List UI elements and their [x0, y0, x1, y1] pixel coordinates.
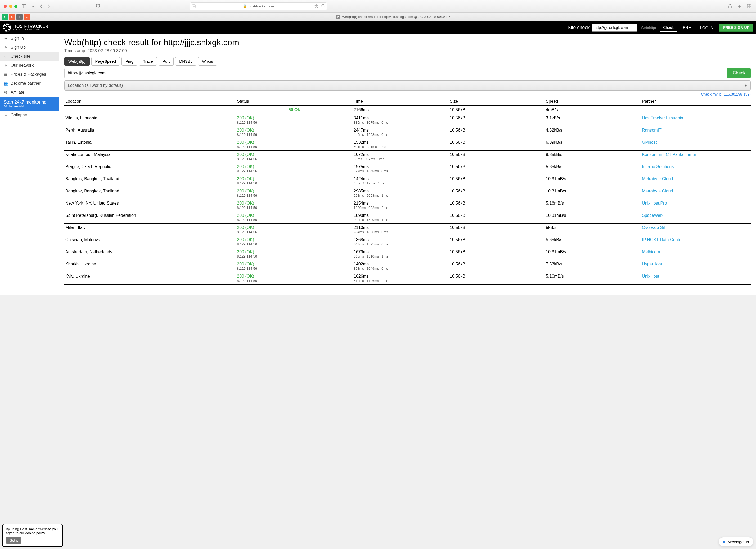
check-url-input[interactable]	[64, 68, 727, 78]
partner-link[interactable]: GMhost	[642, 140, 657, 145]
sidebar-toggle-icon[interactable]	[21, 3, 28, 9]
address-bar[interactable]: 🔒 host-tracker.com ᴬ文	[190, 2, 327, 10]
active-tab[interactable]: H Web(http) check result for http://jjjc…	[31, 15, 756, 19]
pinned-tab-3[interactable]: 1	[16, 14, 23, 20]
reload-icon[interactable]	[321, 4, 325, 9]
cell-location: Amsterdam, Netherlands	[64, 248, 236, 260]
cell-speed: 10.31mB/s	[545, 248, 641, 260]
signup-button[interactable]: FREE SIGN UP	[719, 24, 753, 31]
partner-link[interactable]: Melbicom	[642, 250, 660, 254]
partner-link[interactable]: UnixHost.Pro	[642, 201, 667, 205]
sidebar-item-signin[interactable]: ➜Sign In	[0, 34, 59, 43]
location-select[interactable]: Location (all world by default) ▲▼	[64, 80, 751, 91]
minimize-window[interactable]	[9, 5, 12, 8]
cell-status: 200 (OK)	[237, 250, 352, 254]
partner-link[interactable]: HyperHost	[642, 262, 662, 266]
tab-pagespeed[interactable]: PageSpeed	[91, 57, 120, 66]
sidebar-item-label: Sign Up	[11, 45, 26, 50]
new-tab-icon[interactable]	[736, 3, 743, 10]
partner-link[interactable]: Metrabyte Cloud	[642, 189, 673, 193]
lock-icon: 🔒	[243, 4, 247, 8]
svg-rect-2	[192, 5, 195, 8]
login-button[interactable]: LOG IN	[697, 24, 717, 31]
site-header: HOST-TRACKER website monitoring service …	[0, 21, 756, 34]
partner-link[interactable]: Konsortium ICT Pantai Timur	[642, 152, 696, 157]
cell-speed: 5.16mB/s	[545, 199, 641, 211]
logo-subtitle: website monitoring service	[13, 29, 48, 31]
select-chevron-icon: ▲▼	[745, 84, 747, 87]
cell-size: 10.56kB	[449, 114, 545, 126]
sidebar-item-label: Check site	[11, 54, 30, 59]
cell-location: Prague, Czech Republic	[64, 163, 236, 175]
sidebar-item-network[interactable]: ⚛Our network	[0, 61, 59, 70]
sidebar-item-affiliate[interactable]: %Affiliate	[0, 88, 59, 97]
cell-location: Kyiv, Ukraine	[64, 272, 236, 285]
chevron-down-icon[interactable]	[31, 5, 35, 8]
cell-size: 10.56kB	[449, 272, 545, 285]
partner-link[interactable]: RansomIT	[642, 128, 661, 132]
tab-port[interactable]: Port	[159, 57, 174, 66]
sidebar-item-label: Prices & Packages	[11, 72, 46, 77]
cell-location: Vilnius, Lithuania	[64, 114, 236, 126]
cell-ip: 8.129.114.56	[237, 254, 352, 258]
language-selector[interactable]: EN ▾	[680, 24, 694, 31]
partner-link[interactable]: SpaceWeb	[642, 213, 663, 218]
tab-ping[interactable]: Ping	[121, 57, 137, 66]
svg-rect-8	[749, 7, 751, 8]
cell-ip: 8.129.114.56	[237, 181, 352, 185]
pinned-tab-4[interactable]: C	[24, 14, 30, 20]
result-row: Kuala Lumpur, Malaysia200 (OK)8.129.114.…	[64, 151, 751, 163]
cell-size: 10.56kB	[449, 138, 545, 151]
summary-row: 50 Ok2166ms10.56kB4mB/s	[64, 106, 751, 114]
site-check-input[interactable]	[592, 24, 637, 31]
reader-icon[interactable]	[192, 5, 196, 8]
tabs-overview-icon[interactable]	[746, 3, 752, 10]
sidebar-item-partner[interactable]: 👥Become partner	[0, 79, 59, 88]
logo[interactable]: HOST-TRACKER website monitoring service	[3, 23, 48, 32]
tab-trace[interactable]: Trace	[139, 57, 157, 66]
forward-button[interactable]	[47, 3, 51, 10]
sidebar-collapse[interactable]: ← Collapse	[0, 111, 59, 120]
location-select-label: Location (all world by default)	[68, 83, 123, 88]
sidebar-item-prices[interactable]: ▦Prices & Packages	[0, 70, 59, 79]
close-window[interactable]	[4, 5, 7, 8]
result-row: New York, NY, United States200 (OK)8.129…	[64, 199, 751, 211]
cell-time: 2447ms	[354, 128, 448, 133]
sidebar-cta[interactable]: Start 24x7 monitoring 30-day free trial	[0, 97, 59, 111]
check-button[interactable]: Check	[727, 68, 751, 78]
partner-link[interactable]: Overweb Srl	[642, 225, 665, 230]
share-icon[interactable]	[727, 3, 733, 10]
partner-link[interactable]: HostTracker Lithuania	[642, 116, 683, 120]
partner-link[interactable]: Metrabyte Cloud	[642, 177, 673, 181]
pinned-tab-2[interactable]: C	[9, 14, 15, 20]
back-button[interactable]	[39, 3, 43, 10]
sidebar-item-signup[interactable]: ✎Sign Up	[0, 43, 59, 52]
shield-icon[interactable]	[95, 3, 101, 10]
sidebar-item-check[interactable]: ◌Check site	[0, 52, 59, 61]
tab-whois[interactable]: Whois	[198, 57, 217, 66]
cell-size: 10.56kB	[449, 126, 545, 138]
cell-time-breakdown: 6ms1417ms1ms	[354, 181, 448, 185]
cell-status: 200 (OK)	[237, 140, 352, 145]
cell-location: Kharkiv, Ukraine	[64, 260, 236, 272]
summary-speed: 4mB/s	[545, 106, 641, 114]
svg-rect-7	[747, 7, 749, 8]
partner-link[interactable]: Inferno Solutions	[642, 164, 674, 169]
cell-location: Saint Petersburg, Russian Federation	[64, 211, 236, 224]
cell-location: Bangkok, Bangkok, Thailand	[64, 175, 236, 187]
header-check-button[interactable]: Check	[660, 24, 677, 31]
cell-location: New York, NY, United States	[64, 199, 236, 211]
translate-icon[interactable]: ᴬ文	[313, 4, 318, 9]
cell-ip: 8.129.114.56	[237, 145, 352, 149]
tab-webhttp[interactable]: Web(http)	[64, 57, 90, 66]
partner-link[interactable]: UnixHost	[642, 274, 659, 278]
maximize-window[interactable]	[14, 5, 17, 8]
partner-link[interactable]: IP HOST Data Center	[642, 237, 683, 242]
pinned-tab-1[interactable]: ▶	[2, 14, 8, 20]
tab-dnsbl[interactable]: DNSBL	[175, 57, 196, 66]
check-my-ip-link[interactable]: Check my ip (116.30.198.159)	[701, 92, 751, 96]
svg-rect-0	[22, 5, 26, 8]
col-partner: Partner	[641, 97, 751, 106]
sidebar-item-label: Affiliate	[11, 90, 24, 95]
cell-speed: 3.1kB/s	[545, 114, 641, 126]
